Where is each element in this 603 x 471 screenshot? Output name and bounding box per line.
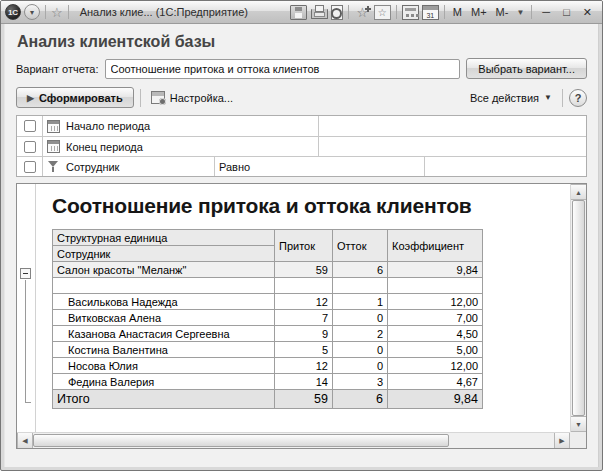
all-actions-button[interactable]: Все действия ▼ <box>466 90 556 106</box>
filter-label-cell[interactable]: Сотрудник <box>43 157 215 176</box>
memory-button[interactable]: M <box>450 6 465 18</box>
filter-value-cell[interactable] <box>319 116 586 136</box>
group-outline-line <box>25 280 26 402</box>
filter-value-cell[interactable] <box>319 137 586 156</box>
filter-value-cell[interactable] <box>425 157 586 176</box>
table-row[interactable]: Носова Юлия 12 0 12,00 <box>53 358 483 374</box>
scroll-right-button[interactable]: ▶ <box>554 433 570 448</box>
collapse-group-button[interactable] <box>20 268 31 279</box>
add-favorite-icon[interactable]: ☆ <box>354 5 371 20</box>
ratio-cell[interactable]: 12,00 <box>388 294 483 310</box>
inflow-cell[interactable]: 7 <box>275 310 333 326</box>
employee-name-cell[interactable]: Василькова Надежда <box>53 294 275 310</box>
inflow-cell[interactable]: 59 <box>275 390 333 409</box>
ratio-cell[interactable]: 4,67 <box>388 374 483 390</box>
calculator-icon[interactable] <box>402 5 419 20</box>
inflow-cell[interactable]: 12 <box>275 294 333 310</box>
employee-name-cell[interactable]: Федина Валерия <box>53 374 275 390</box>
total-row[interactable]: Итого 59 6 9,84 <box>53 390 483 409</box>
outflow-cell[interactable]: 6 <box>333 262 388 278</box>
empty-cell[interactable] <box>388 278 483 294</box>
group-row[interactable]: Салон красоты "Меланж" 59 6 9,84 <box>53 262 483 278</box>
scroll-left-button[interactable]: ◀ <box>17 433 33 448</box>
calendar-icon[interactable]: 31 <box>422 5 439 20</box>
table-row[interactable]: Казанова Анастасия Сергеевна 9 2 4,50 <box>53 326 483 342</box>
close-button[interactable]: ✕ <box>578 5 597 20</box>
employee-checkbox[interactable] <box>24 161 36 173</box>
empty-cell[interactable] <box>333 278 388 294</box>
choose-variant-button[interactable]: Выбрать вариант... <box>466 58 587 79</box>
vertical-scroll-thumb[interactable] <box>572 200 585 416</box>
filter-row-period-start[interactable]: Начало периода <box>17 116 586 136</box>
inflow-cell[interactable]: 9 <box>275 326 333 342</box>
ratio-cell[interactable]: 9,84 <box>388 390 483 409</box>
column-header[interactable]: Коэффициент <box>388 230 483 262</box>
filter-condition-cell[interactable]: Равно <box>215 157 425 176</box>
scroll-up-button[interactable]: ▲ <box>571 184 586 200</box>
ratio-cell[interactable]: 5,00 <box>388 342 483 358</box>
favorites-star-icon[interactable]: ☆ <box>51 6 63 19</box>
toolbar-overflow-icon[interactable]: ▼ <box>514 8 526 17</box>
ratio-cell[interactable]: 9,84 <box>388 262 483 278</box>
vertical-scrollbar[interactable]: ▲ ▼ <box>570 184 586 432</box>
outflow-cell[interactable]: 1 <box>333 294 388 310</box>
total-label-cell[interactable]: Итого <box>53 390 275 409</box>
filter-label: Начало периода <box>66 120 150 132</box>
ratio-cell[interactable]: 12,00 <box>388 358 483 374</box>
maximize-button[interactable]: □ <box>558 5 575 20</box>
filter-row-employee[interactable]: Сотрудник Равно <box>17 156 586 176</box>
print-preview-icon[interactable] <box>331 5 343 20</box>
minimize-button[interactable]: ─ <box>537 5 555 20</box>
toolbar-separator <box>562 89 563 107</box>
outflow-cell[interactable]: 6 <box>333 390 388 409</box>
inflow-cell[interactable]: 5 <box>275 342 333 358</box>
outflow-cell[interactable]: 2 <box>333 326 388 342</box>
settings-button[interactable]: Настройка... <box>147 89 237 106</box>
memory-plus-button[interactable]: M+ <box>468 6 490 18</box>
save-icon[interactable] <box>290 5 307 20</box>
table-row[interactable]: Витковская Алена 7 0 7,00 <box>53 310 483 326</box>
ratio-cell[interactable]: 7,00 <box>388 310 483 326</box>
outflow-cell[interactable]: 0 <box>333 342 388 358</box>
employee-name-cell[interactable]: Витковская Алена <box>53 310 275 326</box>
favorites-list-icon[interactable]: ☆ <box>374 5 391 20</box>
period-end-checkbox[interactable] <box>24 141 36 153</box>
empty-cell[interactable] <box>275 278 333 294</box>
inflow-cell[interactable]: 59 <box>275 262 333 278</box>
horizontal-scroll-track[interactable] <box>449 433 554 448</box>
period-start-checkbox[interactable] <box>24 120 36 132</box>
column-header[interactable]: Отток <box>333 230 388 262</box>
employee-name-cell[interactable]: Казанова Анастасия Сергеевна <box>53 326 275 342</box>
report-title: Соотношение притока и оттока клиентов <box>52 194 570 218</box>
filter-row-period-end[interactable]: Конец периода <box>17 136 586 156</box>
window-titlebar[interactable]: 1С ▾ ☆ Анализ клие... (1С:Предприятие) ☆… <box>1 1 602 24</box>
column-header[interactable]: Приток <box>275 230 333 262</box>
filter-label-cell[interactable]: Начало периода <box>43 116 319 136</box>
group-name-cell[interactable]: Салон красоты "Меланж" <box>53 262 275 278</box>
column-header[interactable]: Структурная единица <box>53 230 275 246</box>
inflow-cell[interactable]: 12 <box>275 358 333 374</box>
outflow-cell[interactable]: 0 <box>333 358 388 374</box>
horizontal-scroll-thumb[interactable] <box>33 434 449 447</box>
filter-label-cell[interactable]: Конец периода <box>43 137 319 156</box>
generate-button[interactable]: ▶ Сформировать <box>16 87 134 108</box>
toolbar-separator <box>140 89 141 107</box>
outflow-cell[interactable]: 3 <box>333 374 388 390</box>
table-row[interactable]: Федина Валерия 14 3 4,67 <box>53 374 483 390</box>
employee-name-cell[interactable]: Носова Юлия <box>53 358 275 374</box>
window-menu-button[interactable]: ▾ <box>24 4 40 20</box>
subheader-cell[interactable]: Сотрудник <box>53 246 275 262</box>
inflow-cell[interactable]: 14 <box>275 374 333 390</box>
employee-name-cell[interactable]: Костина Валентина <box>53 342 275 358</box>
table-row[interactable]: Костина Валентина 5 0 5,00 <box>53 342 483 358</box>
memory-minus-button[interactable]: M- <box>493 6 512 18</box>
ratio-cell[interactable]: 4,50 <box>388 326 483 342</box>
empty-cell[interactable] <box>53 278 275 294</box>
outflow-cell[interactable]: 0 <box>333 310 388 326</box>
print-icon[interactable] <box>311 9 328 19</box>
table-row[interactable]: Василькова Надежда 12 1 12,00 <box>53 294 483 310</box>
variant-input[interactable] <box>105 59 461 79</box>
help-button[interactable]: ? <box>569 89 587 107</box>
horizontal-scrollbar[interactable]: ◀ ▶ <box>17 432 570 448</box>
scroll-down-button[interactable]: ▼ <box>571 416 586 432</box>
